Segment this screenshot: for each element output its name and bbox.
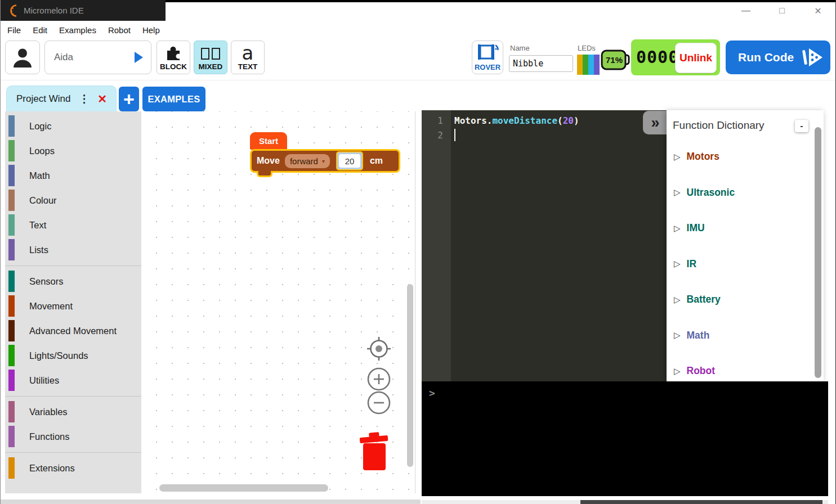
expand-triangle-icon[interactable]: ▷ [674, 295, 681, 305]
dictionary-entry-ultrasonic[interactable]: ▷Ultrasonic [674, 187, 735, 199]
menu-edit[interactable]: Edit [32, 25, 48, 35]
mode-label: TEXT [238, 62, 258, 71]
toolbar: Aida BLOCK MIXED a TEXT ROVER [1, 37, 835, 80]
category-label: Text [29, 220, 46, 231]
move-block[interactable]: Move forward ▾ 20 cm [250, 149, 400, 173]
maximize-button[interactable]: □ [771, 2, 793, 19]
code-line-1[interactable]: Motors.moveDistance(20) [454, 114, 579, 128]
category-color-bar [8, 426, 15, 447]
recenter-button[interactable] [366, 336, 391, 361]
dictionary-entry-label: IR [687, 258, 697, 270]
dictionary-entry-motors[interactable]: ▷Motors [674, 151, 719, 163]
dictionary-entry-label: IMU [687, 222, 705, 234]
dictionary-minimize-button[interactable]: - [795, 120, 808, 132]
dictionary-entry-battery[interactable]: ▷Battery [674, 294, 721, 305]
category-label: Variables [29, 407, 68, 417]
toolbox-category-lists[interactable]: Lists [5, 237, 141, 262]
toolbox-category-functions[interactable]: Functions [5, 424, 141, 449]
toolbox: LogicLoopsMathColourTextListsSensorsMove… [5, 111, 141, 493]
category-color-bar [8, 190, 15, 211]
toolbox-category-movement[interactable]: Movement [5, 294, 141, 318]
block-workspace[interactable]: Start Move forward ▾ 20 cm [141, 111, 415, 493]
console-output[interactable]: > [422, 381, 828, 496]
bottom-scrollbar-thumb[interactable] [580, 500, 822, 504]
menu-help[interactable]: Help [141, 25, 161, 35]
toolbox-category-extensions[interactable]: Extensions [5, 456, 141, 480]
toolbox-category-sensors[interactable]: Sensors [5, 269, 141, 294]
dictionary-entry-ir[interactable]: ▷IR [674, 258, 696, 270]
account-button[interactable] [5, 40, 40, 74]
mode-button-block[interactable]: BLOCK [157, 40, 190, 74]
expand-triangle-icon[interactable]: ▷ [674, 152, 681, 162]
led-stripe [594, 55, 600, 75]
toolbox-category-logic[interactable]: Logic [5, 114, 141, 138]
dictionary-entry-imu[interactable]: ▷IMU [674, 222, 705, 234]
category-label: Extensions [29, 463, 75, 474]
workspace-vertical-scrollbar[interactable] [407, 284, 413, 467]
close-button[interactable]: ✕ [807, 2, 829, 19]
start-block[interactable]: Start [250, 132, 287, 150]
trash-icon[interactable] [358, 432, 390, 472]
category-label: Math [29, 170, 50, 181]
direction-dropdown[interactable]: forward ▾ [285, 154, 330, 168]
dropdown-arrow-icon: ▾ [322, 158, 325, 164]
led-color-strip[interactable] [577, 55, 600, 75]
rover-connect-button[interactable]: ROVER [472, 40, 503, 74]
dictionary-scrollbar[interactable] [815, 127, 821, 378]
distance-value[interactable]: 20 [339, 154, 360, 168]
line-number: 2 [422, 128, 451, 143]
run-code-button[interactable]: Run Code [726, 40, 830, 74]
menu-file[interactable]: File [6, 25, 22, 35]
toolbox-category-advanced-movement[interactable]: Advanced Movement [5, 318, 141, 343]
mode-button-mixed[interactable]: MIXED [194, 40, 227, 74]
toolbox-divider [5, 262, 141, 269]
project-name-button[interactable]: Aida [44, 40, 151, 74]
toolbox-category-math[interactable]: Math [5, 163, 141, 188]
category-color-bar [8, 271, 15, 292]
toolbox-category-colour[interactable]: Colour [5, 188, 141, 213]
toolbox-category-utilities[interactable]: Utilities [5, 368, 141, 393]
mode-label: BLOCK [160, 62, 187, 71]
window-title: Micromelon IDE [24, 6, 84, 15]
play-icon[interactable] [135, 52, 143, 63]
window-controls: — □ ✕ [735, 2, 829, 19]
expand-triangle-icon[interactable]: ▷ [674, 187, 681, 197]
menu-examples[interactable]: Examples [58, 25, 97, 35]
toolbox-category-variables[interactable]: Variables [5, 399, 141, 424]
mode-button-text[interactable]: a TEXT [231, 40, 265, 74]
bottom-strip-left [1, 500, 421, 504]
expand-triangle-icon[interactable]: ▷ [674, 223, 681, 233]
tab-close-icon[interactable]: ✕ [97, 92, 107, 106]
dictionary-entry-math[interactable]: ▷Math [674, 330, 709, 341]
expand-triangle-icon[interactable]: ▷ [674, 366, 681, 376]
distance-shadow-block[interactable]: 20 [336, 151, 363, 170]
category-color-bar [8, 140, 15, 161]
expand-triangle-icon[interactable]: ▷ [674, 330, 681, 340]
expand-editor-button[interactable]: » [643, 111, 668, 134]
toolbox-divider [5, 449, 141, 456]
expand-triangle-icon[interactable]: ▷ [674, 259, 681, 269]
zoom-in-button[interactable] [366, 367, 391, 392]
dictionary-entry-label: Battery [687, 294, 721, 305]
examples-button[interactable]: EXAMPLES [142, 87, 205, 111]
workspace-horizontal-scrollbar[interactable] [159, 484, 328, 492]
zoom-out-button[interactable] [366, 390, 391, 415]
new-tab-button[interactable]: + [119, 87, 139, 111]
category-color-bar [8, 345, 15, 366]
toolbox-category-text[interactable]: Text [5, 213, 141, 237]
function-dictionary-panel: Function Dictionary - ▷Motors▷Ultrasonic… [667, 110, 824, 381]
pairing-code: 0000 [636, 47, 679, 67]
menu-robot[interactable]: Robot [107, 25, 132, 35]
minimize-button[interactable]: — [735, 2, 757, 19]
robot-name-input[interactable] [509, 55, 573, 72]
toolbox-category-loops[interactable]: Loops [5, 138, 141, 163]
project-tab[interactable]: Project Wind ⋮ ✕ [6, 86, 117, 111]
tab-menu-icon[interactable]: ⋮ [79, 92, 90, 105]
user-avatar-icon [11, 46, 34, 69]
dictionary-entry-robot[interactable]: ▷Robot [674, 365, 715, 377]
toolbox-category-lights-sounds[interactable]: Lights/Sounds [5, 343, 141, 368]
project-name: Aida [54, 52, 135, 63]
unlink-button[interactable]: Unlink [675, 43, 717, 73]
dictionary-title: Function Dictionary [673, 119, 765, 132]
text-a-icon: a [242, 45, 254, 61]
